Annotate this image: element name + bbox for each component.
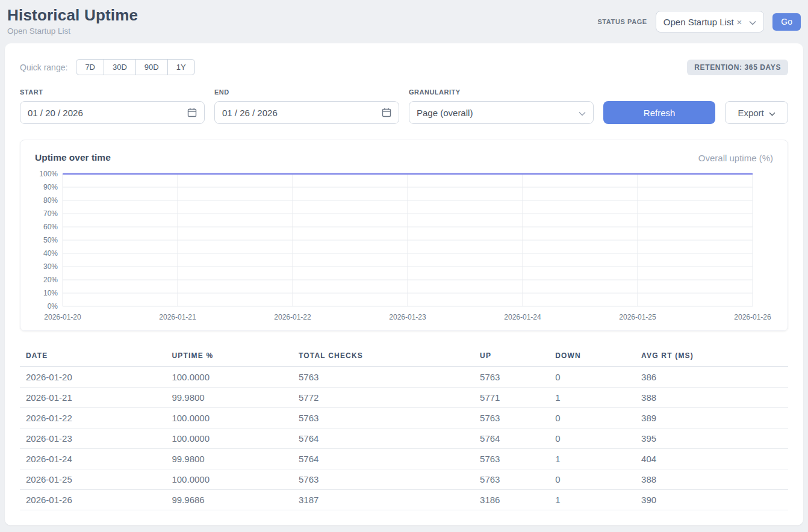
table-cell: 390 xyxy=(635,490,788,510)
table-cell: 1 xyxy=(549,388,635,408)
table-cell: 2026-01-25 xyxy=(20,469,166,490)
table-cell: 1 xyxy=(549,449,635,469)
table-cell: 2026-01-22 xyxy=(20,408,166,428)
granularity-label: GRANULARITY xyxy=(409,88,594,96)
granularity-select[interactable]: Page (overall) xyxy=(409,101,594,124)
x-axis-tick-label: 2026-01-20 xyxy=(44,313,81,321)
y-axis-tick-label: 60% xyxy=(43,223,58,231)
table-cell: 99.9686 xyxy=(166,490,293,510)
table-cell: 395 xyxy=(635,428,788,449)
table-cell: 100.0000 xyxy=(166,408,293,428)
table-cell: 386 xyxy=(635,367,788,388)
table-row: 2026-01-2699.9686318731861390 xyxy=(20,490,788,510)
uptime-table-head: DATEUPTIME %TOTAL CHECKSUPDOWNAVG RT (MS… xyxy=(20,348,788,367)
end-date-value: 01 / 26 / 2026 xyxy=(222,108,278,118)
y-axis-tick-label: 20% xyxy=(43,276,58,284)
go-button[interactable]: Go xyxy=(772,13,801,31)
end-date-label: END xyxy=(214,88,399,96)
filter-form-row: START 01 / 20 / 2026 END 01 / 26 / 2026 … xyxy=(20,88,788,124)
table-column-header: DATE xyxy=(20,348,166,367)
table-cell: 100.0000 xyxy=(166,469,293,490)
table-cell: 5763 xyxy=(293,367,474,388)
table-cell: 0 xyxy=(549,408,635,428)
table-column-header: AVG RT (MS) xyxy=(635,348,788,367)
y-axis-tick-label: 10% xyxy=(43,289,58,297)
calendar-icon[interactable] xyxy=(187,108,197,117)
granularity-field: GRANULARITY Page (overall) xyxy=(409,88,594,124)
chevron-down-icon xyxy=(579,108,586,118)
table-cell: 0 xyxy=(549,469,635,490)
status-page-selected-value: Open Startup List xyxy=(663,17,734,27)
table-cell: 2026-01-26 xyxy=(20,490,166,510)
table-cell: 100.0000 xyxy=(166,367,293,388)
table-cell: 5763 xyxy=(474,449,549,469)
chevron-down-icon xyxy=(749,17,756,27)
chart-header: Uptime over time Overall uptime (%) xyxy=(35,152,773,163)
clear-icon[interactable]: × xyxy=(737,17,742,27)
table-cell: 1 xyxy=(549,490,635,510)
main-panel: Quick range: 7D 30D 90D 1Y RETENTION: 36… xyxy=(5,43,803,525)
table-cell: 99.9800 xyxy=(166,449,293,469)
table-cell: 5763 xyxy=(293,469,474,490)
calendar-icon[interactable] xyxy=(382,108,391,117)
table-column-header: UP xyxy=(474,348,549,367)
chevron-down-icon xyxy=(769,108,775,118)
quick-range-row: Quick range: 7D 30D 90D 1Y RETENTION: 36… xyxy=(20,59,788,75)
table-cell: 5763 xyxy=(474,408,549,428)
status-page-label: STATUS PAGE xyxy=(597,18,647,25)
table-cell: 388 xyxy=(635,469,788,490)
table-cell: 99.9800 xyxy=(166,388,293,408)
table-cell: 388 xyxy=(635,388,788,408)
granularity-selected-value: Page (overall) xyxy=(417,108,473,118)
quick-range-90d-button[interactable]: 90D xyxy=(135,59,168,75)
table-cell: 404 xyxy=(635,449,788,469)
y-axis-tick-label: 30% xyxy=(43,262,58,271)
table-cell: 5763 xyxy=(293,408,474,428)
y-axis-tick-label: 90% xyxy=(43,183,58,191)
table-cell: 3187 xyxy=(293,490,474,510)
y-axis-tick-label: 50% xyxy=(43,236,58,244)
table-cell: 5772 xyxy=(293,388,474,408)
uptime-table: DATEUPTIME %TOTAL CHECKSUPDOWNAVG RT (MS… xyxy=(20,348,788,510)
quick-range-label: Quick range: xyxy=(20,63,67,72)
table-column-header: DOWN xyxy=(549,348,635,367)
status-page-select[interactable]: Open Startup List × xyxy=(656,11,765,32)
quick-range-30d-button[interactable]: 30D xyxy=(104,59,136,75)
start-date-field: START 01 / 20 / 2026 xyxy=(20,88,205,124)
table-cell: 5764 xyxy=(474,428,549,449)
x-axis-tick-label: 2026-01-24 xyxy=(504,313,541,321)
table-cell: 100.0000 xyxy=(166,428,293,449)
header-controls: STATUS PAGE Open Startup List × Go xyxy=(597,11,801,32)
export-button-label: Export xyxy=(738,108,763,118)
table-cell: 5771 xyxy=(474,388,549,408)
page-subtitle: Open Startup List xyxy=(7,26,138,36)
x-axis-tick-label: 2026-01-21 xyxy=(159,313,196,321)
start-date-label: START xyxy=(20,88,205,96)
end-date-field: END 01 / 26 / 2026 xyxy=(214,88,399,124)
table-row: 2026-01-2499.9800576457631404 xyxy=(20,449,788,469)
quick-range-1y-button[interactable]: 1Y xyxy=(167,59,195,75)
quick-range-7d-button[interactable]: 7D xyxy=(76,59,104,75)
page-title: Historical Uptime xyxy=(7,6,138,25)
export-button[interactable]: Export xyxy=(725,101,788,124)
start-date-value: 01 / 20 / 2026 xyxy=(28,108,83,118)
table-cell: 2026-01-24 xyxy=(20,449,166,469)
uptime-table-body: 2026-01-20100.00005763576303862026-01-21… xyxy=(20,367,788,510)
table-cell: 0 xyxy=(549,367,635,388)
start-date-input[interactable]: 01 / 20 / 2026 xyxy=(20,101,205,124)
table-cell: 2026-01-23 xyxy=(20,428,166,449)
table-column-header: UPTIME % xyxy=(166,348,293,367)
y-axis-tick-label: 40% xyxy=(43,249,58,258)
y-axis-tick-label: 70% xyxy=(43,209,58,218)
y-axis-tick-label: 80% xyxy=(43,196,58,205)
quick-range-group: 7D 30D 90D 1Y xyxy=(76,59,194,75)
table-row: 2026-01-25100.0000576357630388 xyxy=(20,469,788,490)
end-date-input[interactable]: 01 / 26 / 2026 xyxy=(214,101,399,124)
x-axis-tick-label: 2026-01-26 xyxy=(734,313,771,321)
x-axis-tick-label: 2026-01-25 xyxy=(619,313,656,321)
table-cell: 3186 xyxy=(474,490,549,510)
refresh-button[interactable]: Refresh xyxy=(603,101,715,124)
table-row: 2026-01-22100.0000576357630389 xyxy=(20,408,788,428)
table-column-header: TOTAL CHECKS xyxy=(293,348,474,367)
table-cell: 389 xyxy=(635,408,788,428)
